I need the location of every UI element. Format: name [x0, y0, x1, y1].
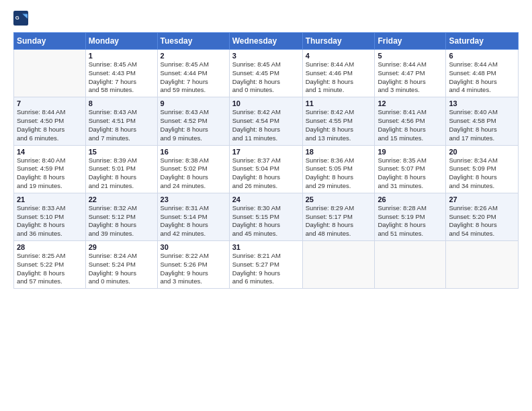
day-info: Sunrise: 8:40 AM Sunset: 4:59 PM Dayligh…	[17, 156, 83, 191]
logo: G	[13, 11, 31, 26]
day-number: 12	[378, 99, 443, 107]
day-number: 13	[449, 99, 515, 107]
day-number: 2	[161, 52, 226, 60]
day-number: 29	[89, 243, 154, 251]
day-info: Sunrise: 8:24 AM Sunset: 5:24 PM Dayligh…	[89, 252, 154, 286]
day-info: Sunrise: 8:26 AM Sunset: 5:20 PM Dayligh…	[449, 204, 515, 238]
calendar-cell: 21Sunrise: 8:33 AM Sunset: 5:10 PM Dayli…	[14, 193, 86, 240]
day-info: Sunrise: 8:44 AM Sunset: 4:50 PM Dayligh…	[17, 108, 83, 142]
day-info: Sunrise: 8:31 AM Sunset: 5:14 PM Dayligh…	[161, 204, 226, 238]
calendar-cell: 3Sunrise: 8:45 AM Sunset: 4:45 PM Daylig…	[229, 50, 302, 97]
day-info: Sunrise: 8:45 AM Sunset: 4:44 PM Dayligh…	[161, 60, 226, 95]
day-info: Sunrise: 8:32 AM Sunset: 5:12 PM Dayligh…	[89, 204, 154, 238]
day-number: 21	[17, 195, 83, 203]
day-info: Sunrise: 8:44 AM Sunset: 4:48 PM Dayligh…	[449, 60, 515, 95]
calendar-cell: 16Sunrise: 8:38 AM Sunset: 5:02 PM Dayli…	[157, 145, 229, 193]
day-info: Sunrise: 8:45 AM Sunset: 4:45 PM Dayligh…	[232, 60, 300, 95]
day-info: Sunrise: 8:37 AM Sunset: 5:04 PM Dayligh…	[232, 156, 300, 191]
calendar-cell: 18Sunrise: 8:36 AM Sunset: 5:05 PM Dayli…	[302, 145, 375, 193]
col-header-saturday: Saturday	[446, 33, 519, 50]
day-info: Sunrise: 8:25 AM Sunset: 5:22 PM Dayligh…	[17, 252, 83, 286]
day-info: Sunrise: 8:44 AM Sunset: 4:47 PM Dayligh…	[378, 60, 443, 95]
day-number: 14	[17, 148, 83, 156]
day-number: 10	[232, 99, 300, 107]
col-header-sunday: Sunday	[14, 33, 86, 50]
day-number: 24	[232, 195, 300, 203]
day-info: Sunrise: 8:29 AM Sunset: 5:17 PM Dayligh…	[306, 204, 372, 238]
day-info: Sunrise: 8:38 AM Sunset: 5:02 PM Dayligh…	[161, 156, 226, 191]
day-number: 18	[306, 148, 372, 156]
col-header-thursday: Thursday	[302, 33, 375, 50]
calendar-cell: 29Sunrise: 8:24 AM Sunset: 5:24 PM Dayli…	[85, 241, 157, 289]
calendar-cell: 2Sunrise: 8:45 AM Sunset: 4:44 PM Daylig…	[157, 50, 229, 97]
calendar-cell: 30Sunrise: 8:22 AM Sunset: 5:26 PM Dayli…	[157, 241, 229, 289]
day-number: 17	[232, 148, 300, 156]
calendar-table: SundayMondayTuesdayWednesdayThursdayFrid…	[13, 32, 519, 289]
day-info: Sunrise: 8:42 AM Sunset: 4:55 PM Dayligh…	[306, 108, 372, 142]
calendar-cell: 9Sunrise: 8:43 AM Sunset: 4:52 PM Daylig…	[157, 97, 229, 145]
calendar-cell: 31Sunrise: 8:21 AM Sunset: 5:27 PM Dayli…	[229, 241, 302, 289]
day-info: Sunrise: 8:30 AM Sunset: 5:15 PM Dayligh…	[232, 204, 300, 238]
day-info: Sunrise: 8:28 AM Sunset: 5:19 PM Dayligh…	[378, 204, 443, 238]
day-number: 19	[378, 148, 443, 156]
day-number: 20	[449, 148, 515, 156]
day-info: Sunrise: 8:21 AM Sunset: 5:27 PM Dayligh…	[232, 252, 300, 286]
day-number: 8	[89, 99, 154, 107]
day-number: 3	[232, 52, 300, 60]
calendar-cell: 20Sunrise: 8:34 AM Sunset: 5:09 PM Dayli…	[446, 145, 519, 193]
day-info: Sunrise: 8:40 AM Sunset: 4:58 PM Dayligh…	[449, 108, 515, 142]
day-number: 11	[306, 99, 372, 107]
day-info: Sunrise: 8:42 AM Sunset: 4:54 PM Dayligh…	[232, 108, 300, 142]
day-info: Sunrise: 8:33 AM Sunset: 5:10 PM Dayligh…	[17, 204, 83, 238]
day-number: 27	[449, 195, 515, 203]
col-header-friday: Friday	[375, 33, 446, 50]
day-info: Sunrise: 8:22 AM Sunset: 5:26 PM Dayligh…	[161, 252, 226, 286]
calendar-cell	[446, 241, 519, 289]
calendar-cell: 7Sunrise: 8:44 AM Sunset: 4:50 PM Daylig…	[14, 97, 86, 145]
day-number: 23	[161, 195, 226, 203]
calendar-cell: 28Sunrise: 8:25 AM Sunset: 5:22 PM Dayli…	[14, 241, 86, 289]
col-header-monday: Monday	[85, 33, 157, 50]
calendar-cell: 27Sunrise: 8:26 AM Sunset: 5:20 PM Dayli…	[446, 193, 519, 240]
calendar-cell: 22Sunrise: 8:32 AM Sunset: 5:12 PM Dayli…	[85, 193, 157, 240]
calendar-cell: 10Sunrise: 8:42 AM Sunset: 4:54 PM Dayli…	[229, 97, 302, 145]
calendar-cell: 26Sunrise: 8:28 AM Sunset: 5:19 PM Dayli…	[375, 193, 446, 240]
calendar-cell: 11Sunrise: 8:42 AM Sunset: 4:55 PM Dayli…	[302, 97, 375, 145]
col-header-tuesday: Tuesday	[157, 33, 229, 50]
calendar-cell: 17Sunrise: 8:37 AM Sunset: 5:04 PM Dayli…	[229, 145, 302, 193]
day-number: 5	[378, 52, 443, 60]
day-info: Sunrise: 8:43 AM Sunset: 4:52 PM Dayligh…	[161, 108, 226, 142]
calendar-cell: 5Sunrise: 8:44 AM Sunset: 4:47 PM Daylig…	[375, 50, 446, 97]
day-info: Sunrise: 8:39 AM Sunset: 5:01 PM Dayligh…	[89, 156, 154, 191]
calendar-cell: 8Sunrise: 8:43 AM Sunset: 4:51 PM Daylig…	[85, 97, 157, 145]
day-number: 9	[161, 99, 226, 107]
day-number: 26	[378, 195, 443, 203]
calendar-cell: 14Sunrise: 8:40 AM Sunset: 4:59 PM Dayli…	[14, 145, 86, 193]
day-info: Sunrise: 8:44 AM Sunset: 4:46 PM Dayligh…	[306, 60, 372, 95]
calendar-cell: 23Sunrise: 8:31 AM Sunset: 5:14 PM Dayli…	[157, 193, 229, 240]
calendar-cell: 15Sunrise: 8:39 AM Sunset: 5:01 PM Dayli…	[85, 145, 157, 193]
calendar-cell	[375, 241, 446, 289]
day-number: 22	[89, 195, 154, 203]
day-info: Sunrise: 8:36 AM Sunset: 5:05 PM Dayligh…	[306, 156, 372, 191]
calendar-cell: 24Sunrise: 8:30 AM Sunset: 5:15 PM Dayli…	[229, 193, 302, 240]
day-number: 25	[306, 195, 372, 203]
calendar-cell: 13Sunrise: 8:40 AM Sunset: 4:58 PM Dayli…	[446, 97, 519, 145]
calendar-cell: 12Sunrise: 8:41 AM Sunset: 4:56 PM Dayli…	[375, 97, 446, 145]
day-info: Sunrise: 8:34 AM Sunset: 5:09 PM Dayligh…	[449, 156, 515, 191]
day-info: Sunrise: 8:43 AM Sunset: 4:51 PM Dayligh…	[89, 108, 154, 142]
day-number: 15	[89, 148, 154, 156]
calendar-cell: 1Sunrise: 8:45 AM Sunset: 4:43 PM Daylig…	[85, 50, 157, 97]
day-number: 28	[17, 243, 83, 251]
day-number: 7	[17, 99, 83, 107]
day-number: 6	[449, 52, 515, 60]
col-header-wednesday: Wednesday	[229, 33, 302, 50]
day-number: 31	[232, 243, 300, 251]
calendar-cell	[302, 241, 375, 289]
calendar-cell: 6Sunrise: 8:44 AM Sunset: 4:48 PM Daylig…	[446, 50, 519, 97]
day-number: 1	[89, 52, 154, 60]
day-number: 30	[161, 243, 226, 251]
calendar-cell: 4Sunrise: 8:44 AM Sunset: 4:46 PM Daylig…	[302, 50, 375, 97]
day-info: Sunrise: 8:45 AM Sunset: 4:43 PM Dayligh…	[89, 60, 154, 95]
calendar-cell	[14, 50, 86, 97]
